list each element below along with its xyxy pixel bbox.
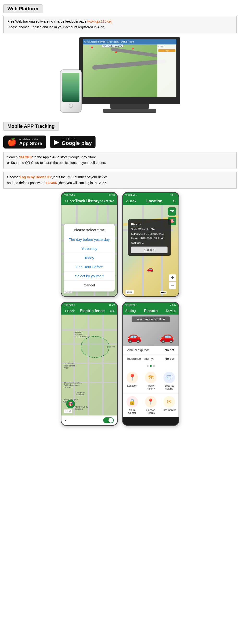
app-store-name: App Store <box>19 141 42 146</box>
gps-marker-3: 📍 <box>131 48 135 52</box>
phone4-setting[interactable]: Setting <box>125 309 136 313</box>
security-label: Security setting <box>162 384 177 390</box>
zoom-in-btn[interactable]: + <box>169 274 176 282</box>
location-pin: 🚗 <box>147 266 153 272</box>
web-phone-screen <box>62 73 79 102</box>
time-option-3[interactable]: Today <box>64 253 115 262</box>
dot-1 <box>147 365 149 367</box>
time-option-4[interactable]: One Hour Before <box>64 262 115 271</box>
app-store-text: Available on the App Store <box>19 138 42 146</box>
search-info-box: Search "DAGPS" in the Apple APP Store/Go… <box>3 152 237 169</box>
location-icon-bg: 📍 <box>126 372 138 383</box>
security-icon-bg: 🛡 <box>163 372 175 383</box>
gps-marker-2: 📍 <box>114 51 118 55</box>
fence-target-icon[interactable]: 🎯 <box>66 400 75 408</box>
phone4-device[interactable]: Device <box>166 309 176 313</box>
dot-3 <box>153 365 155 367</box>
bottom-icons-grid-2: 🔒 Alarm Center 📍 Service Nearby ✉ Info C… <box>123 393 179 417</box>
phone3-back[interactable]: < Back <box>64 309 75 313</box>
app-name-label: APP Name: DAGPS <box>102 44 123 47</box>
phone2-refresh-icon[interactable]: ↻ <box>173 199 176 204</box>
google-play-button[interactable]: ▶ GET IT ON Google play <box>50 136 96 148</box>
phone1-back[interactable]: < Back <box>64 199 75 203</box>
search-info-2: or Scan the QR Code to install the appli… <box>7 161 106 164</box>
fence-toggle[interactable] <box>103 418 114 423</box>
phone2-back[interactable]: < Back <box>126 199 136 203</box>
fence-road-1 <box>61 329 117 330</box>
phone1-title: Track History <box>75 199 99 203</box>
zoom-out-btn[interactable]: − <box>169 282 176 289</box>
phone-electric-fence: 中国移动 ♦ 18:19 < Back Electric fence Ok QI… <box>61 302 118 426</box>
phone3-time: 18:19 <box>109 304 115 306</box>
track-history-icon: 🗺 <box>148 374 153 381</box>
insurance-label: Insurance maturity: <box>127 357 154 360</box>
annual-value: No set <box>165 348 174 352</box>
popup-locate: Locate:2018-01-08 00:17:45 <box>131 236 168 240</box>
car-icon-right: 🚗 <box>159 330 174 344</box>
fence-road-v2 <box>88 314 89 416</box>
service-label: Service Nearby <box>143 408 158 414</box>
phone1-carrier: 中国移动 ♦ <box>64 194 75 197</box>
fence-label-2: BAISIFUElectronSHANGWUYUAN <box>75 331 90 338</box>
phone-track-history: 中国移动 ♦ 18:18 < Back Track History Select… <box>61 192 118 297</box>
time-select-dialog: Please select time The day before yester… <box>64 224 115 292</box>
phone1-nav-right[interactable]: Select time <box>100 200 114 203</box>
time-option-1[interactable]: The day before yesterday <box>64 235 115 244</box>
info-text-2: Please choose English and log in your ac… <box>7 25 104 29</box>
fence-status-text: ● <box>65 418 66 422</box>
phone4-carrier: 中国移动 ♦ <box>125 303 137 306</box>
alarm-label: Alarm Center <box>125 408 139 414</box>
app-store-row: 🍎 Available on the App Store ▶ GET IT ON… <box>3 136 237 148</box>
login-highlight-2: 123456 <box>46 181 57 185</box>
phone4-info-section: Annual expired: No set Insurance maturit… <box>123 346 179 363</box>
security-icon: 🛡 <box>166 374 172 381</box>
track-history-icon-bg: 🗺 <box>145 372 157 383</box>
track-history-label: Track History <box>143 384 158 390</box>
insurance-value: No set <box>165 357 174 360</box>
info-text-1: Free Web tracking software,no charge fee… <box>7 20 87 23</box>
popup-signal: Signal:2018-01-08 01:32:23 <box>131 232 168 236</box>
icon-alarm-center[interactable]: 🔒 Alarm Center <box>123 393 141 417</box>
bottom-icons-grid: 📍 Location 🗺 Track History 🛡 Security se… <box>123 369 179 393</box>
phone2-title: Location <box>146 199 163 203</box>
monitor-base <box>103 109 156 113</box>
icon-location[interactable]: 📍 Location <box>123 369 141 393</box>
phone3-ok[interactable]: Ok <box>110 309 114 313</box>
icon-service-nearby[interactable]: 📍 Service Nearby <box>141 393 160 417</box>
icon-info-center[interactable]: ✉ Info Center <box>160 393 179 417</box>
annual-row: Annual expired: No set <box>123 346 179 354</box>
web-phone-mockup <box>60 70 82 113</box>
phone4-nav: Setting Picanto Device <box>123 307 179 314</box>
phone4-title: Picanto <box>144 309 158 313</box>
icon-security-setting[interactable]: 🛡 Security setting <box>160 369 179 393</box>
location-icon: 📍 <box>128 374 136 381</box>
call-out-button[interactable]: Call out <box>131 246 168 253</box>
phone2-nav-bar: < Back Location ↻ <box>123 198 179 205</box>
map-scale: ■■■■ <box>160 291 167 294</box>
phone3-map: QING HU BAISIFUElectronSHANGWUYUAN DALIS… <box>61 314 117 416</box>
gps-link[interactable]: www.gps110.org <box>87 20 112 23</box>
phone3-title: Electric fence <box>80 309 105 313</box>
dagps-highlight: DAGPS <box>20 155 32 159</box>
phones-row-2: 中国移动 ♦ 18:19 < Back Electric fence Ok QI… <box>0 302 240 426</box>
map-legal-label-3: Legal <box>64 409 72 413</box>
alarm-icon: 🔒 <box>129 398 136 405</box>
monitor-body: GPS Location Service Track | Replay | St… <box>79 37 180 104</box>
location-label: Location <box>127 384 137 387</box>
map-icon-route[interactable]: 🗺 <box>168 208 176 216</box>
login-info-box: Choose"Log in by Device ID",input the IM… <box>3 172 237 189</box>
monitor-content: GPS Location Service Track | Replay | St… <box>83 39 176 97</box>
web-platform-info: Free Web tracking software,no charge fee… <box>3 16 237 34</box>
icon-track-history[interactable]: 🗺 Track History <box>141 369 160 393</box>
phone2-body: 🚗 🗺 🎯 + − Picanto State:Offline(9d16h) S… <box>123 205 179 296</box>
phone1-status-bar: 中国移动 ♦ 18:18 <box>61 193 117 198</box>
web-platform-images: GPS Location Service Track | Replay | St… <box>3 37 237 113</box>
time-option-cancel[interactable]: Cancel <box>64 280 115 290</box>
time-option-2[interactable]: Yesterday <box>64 244 115 253</box>
google-play-text: GET IT ON Google play <box>62 138 92 146</box>
fence-label-7: TECHNOLOGYBUREAU <box>75 406 88 410</box>
time-option-5[interactable]: Select by yourself <box>64 271 115 280</box>
fence-toggle-knob <box>108 418 113 423</box>
app-store-button[interactable]: 🍎 Available on the App Store <box>3 136 46 148</box>
web-platform-section: Web Platform Free Web tracking software,… <box>0 0 240 113</box>
